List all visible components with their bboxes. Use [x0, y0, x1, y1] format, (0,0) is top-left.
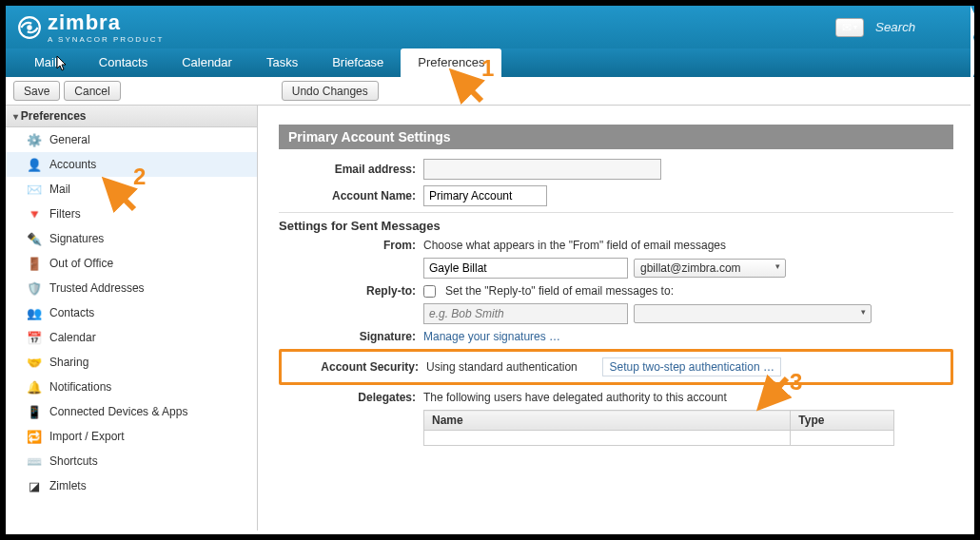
- sidebar-item-notifications[interactable]: 🔔Notifications: [6, 375, 257, 399]
- filter-icon: 🔻: [27, 206, 42, 222]
- tab-contacts[interactable]: Contacts: [82, 48, 165, 77]
- sidebar-item-general[interactable]: ⚙️General: [6, 127, 257, 152]
- reply-to-checkbox[interactable]: [423, 285, 436, 298]
- sidebar-item-label: Import / Export: [49, 430, 125, 443]
- sidebar-item-label: Notifications: [49, 380, 111, 394]
- sent-messages-header: Settings for Sent Messages: [279, 219, 953, 233]
- sidebar-item-label: Filters: [49, 207, 81, 221]
- sidebar-item-label: Signatures: [49, 232, 104, 245]
- delegates-table: Name Type: [423, 410, 894, 446]
- sidebar-item-label: Sharing: [49, 356, 88, 369]
- from-label: From:: [279, 239, 423, 252]
- nav-tabs: Mail Contacts Calendar Tasks Briefcase P…: [6, 48, 974, 77]
- table-row[interactable]: [424, 431, 894, 446]
- sidebar-item-filters[interactable]: 🔻Filters: [6, 202, 257, 226]
- tab-tasks[interactable]: Tasks: [249, 48, 315, 77]
- tab-mail[interactable]: Mail: [17, 48, 82, 77]
- sidebar-item-calendar[interactable]: 📅Calendar: [6, 325, 257, 350]
- signature-label: Signature:: [279, 330, 423, 343]
- sidebar-item-label: Contacts: [49, 306, 94, 319]
- save-button[interactable]: Save: [13, 81, 60, 101]
- pen-icon: ✒️: [27, 231, 42, 246]
- account-name-label: Account Name:: [279, 189, 423, 202]
- delegates-table-header-name: Name: [424, 411, 791, 431]
- device-icon: 📱: [27, 404, 42, 419]
- account-security-status: Using standard authentication: [426, 360, 578, 374]
- search-scope-dropdown[interactable]: ✉ ▾: [835, 18, 864, 37]
- svg-point-1: [27, 25, 31, 29]
- undo-changes-button[interactable]: Undo Changes: [282, 81, 379, 101]
- reply-to-name-field: [423, 303, 628, 324]
- email-address-field: [423, 159, 661, 180]
- sidebar-item-zimlets[interactable]: ◪Zimlets: [6, 473, 257, 498]
- transfer-icon: 🔁: [27, 429, 42, 444]
- from-hint: Choose what appears in the "From" field …: [423, 239, 726, 252]
- logo: zimbra A SYNACOR PRODUCT: [17, 10, 164, 44]
- toolbar: Save Cancel Undo Changes: [6, 77, 974, 106]
- sidebar-item-mail[interactable]: ✉️Mail: [6, 177, 257, 202]
- account-security-label: Account Security:: [285, 360, 426, 374]
- cancel-button[interactable]: Cancel: [64, 81, 120, 101]
- tab-calendar[interactable]: Calendar: [165, 48, 249, 77]
- sidebar-item-shortcuts[interactable]: ⌨️Shortcuts: [6, 449, 257, 473]
- reply-to-label: Reply-to:: [279, 284, 423, 298]
- account-name-field[interactable]: [423, 185, 547, 206]
- account-security-highlight: Account Security: Using standard authent…: [279, 349, 953, 385]
- sidebar-item-label: General: [49, 133, 90, 146]
- reply-to-checkbox-label: Set the "Reply-to" field of email messag…: [445, 284, 674, 298]
- sidebar-item-label: Zimlets: [49, 479, 87, 492]
- people-icon: 👥: [27, 305, 42, 320]
- app-name: zimbra: [48, 10, 121, 34]
- calendar-icon: 📅: [27, 330, 42, 345]
- door-icon: 🚪: [27, 256, 42, 271]
- delegates-text: The following users have delegated autho…: [423, 391, 727, 404]
- sidebar-item-connected-devices[interactable]: 📱Connected Devices & Apps: [6, 399, 257, 424]
- gear-icon: ⚙️: [27, 132, 42, 147]
- sidebar-item-sharing[interactable]: 🤝Sharing: [6, 350, 257, 375]
- sidebar-header[interactable]: Preferences: [6, 106, 257, 127]
- tab-preferences[interactable]: Preferences: [401, 48, 501, 77]
- sidebar-item-label: Shortcuts: [49, 454, 98, 468]
- content-panel: Primary Account Settings Email address: …: [258, 106, 974, 534]
- sidebar-item-import-export[interactable]: 🔁Import / Export: [6, 424, 257, 449]
- sidebar-item-label: Mail: [49, 183, 70, 196]
- bell-icon: 🔔: [27, 379, 42, 395]
- keyboard-icon: ⌨️: [27, 453, 42, 469]
- sidebar-item-label: Out of Office: [49, 257, 113, 270]
- zimlet-icon: ◪: [27, 478, 42, 493]
- sidebar-item-label: Connected Devices & Apps: [49, 405, 187, 418]
- reply-to-email-dropdown: [634, 304, 872, 323]
- sidebar-item-label: Accounts: [49, 158, 96, 171]
- from-name-field[interactable]: [423, 258, 628, 279]
- manage-signatures-link[interactable]: Manage your signatures …: [423, 330, 560, 343]
- setup-two-step-auth-link[interactable]: Setup two-step authentication …: [602, 357, 780, 376]
- search-input[interactable]: [870, 17, 963, 37]
- app-header: zimbra A SYNACOR PRODUCT ✉ ▾: [6, 6, 974, 48]
- shield-icon: 🛡️: [27, 280, 42, 296]
- email-address-label: Email address:: [279, 163, 423, 176]
- share-icon: 🤝: [27, 355, 42, 370]
- delegates-table-header-type: Type: [791, 411, 894, 431]
- from-email-dropdown[interactable]: gbillat@zimbra.com: [634, 259, 786, 278]
- section-header: Primary Account Settings: [279, 125, 953, 149]
- sidebar-item-label: Trusted Addresses: [49, 281, 145, 295]
- sidebar-item-label: Calendar: [49, 331, 96, 344]
- sidebar-item-signatures[interactable]: ✒️Signatures: [6, 226, 257, 251]
- sidebar-item-contacts[interactable]: 👥Contacts: [6, 300, 257, 325]
- mail-icon: ✉️: [27, 182, 42, 197]
- sidebar-item-out-of-office[interactable]: 🚪Out of Office: [6, 251, 257, 276]
- app-subtitle: A SYNACOR PRODUCT: [48, 35, 164, 44]
- sidebar-item-accounts[interactable]: 👤Accounts: [6, 152, 257, 177]
- user-icon: 👤: [27, 157, 42, 172]
- delegates-label: Delegates:: [279, 391, 423, 404]
- mail-icon: ✉: [842, 21, 852, 34]
- chevron-down-icon: ▾: [853, 23, 857, 31]
- tab-briefcase[interactable]: Briefcase: [315, 48, 401, 77]
- preferences-sidebar: Preferences ⚙️General 👤Accounts ✉️Mail 🔻…: [6, 106, 258, 534]
- sidebar-item-trusted-addresses[interactable]: 🛡️Trusted Addresses: [6, 276, 257, 300]
